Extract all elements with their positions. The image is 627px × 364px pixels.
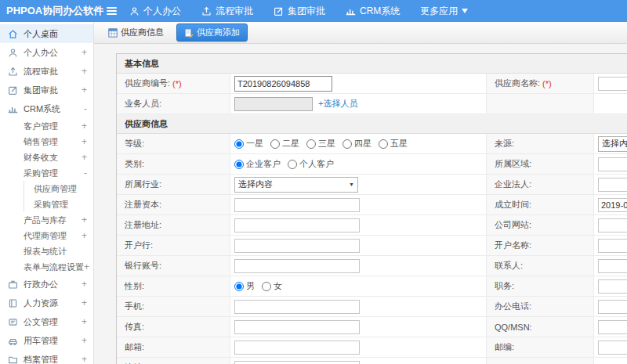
expand-toggle-icon[interactable]: +	[82, 121, 87, 132]
expand-toggle-icon[interactable]: +	[82, 136, 87, 147]
field-label: 手机:	[125, 301, 144, 312]
radio-option[interactable]: 女	[262, 280, 282, 292]
nav-group-approval[interactable]: 集团审批	[274, 5, 325, 18]
upload-icon	[201, 6, 212, 16]
tab-label: 供应商添加	[197, 27, 240, 38]
text-input[interactable]	[234, 239, 360, 253]
sidebar-item-form-flow-settings[interactable]: 表单与流程设置+	[0, 259, 93, 275]
sidebar-item-archive-mgmt[interactable]: 档案管理+	[0, 350, 93, 364]
text-input[interactable]	[234, 198, 360, 212]
expand-toggle-icon[interactable]: +	[82, 316, 87, 327]
radio-option[interactable]: 个人客户	[288, 158, 334, 170]
radio-option[interactable]: 二星	[270, 138, 299, 150]
text-input[interactable]	[598, 218, 627, 232]
select-value: 选择内容	[602, 138, 627, 150]
sidebar-item-supplier-mgmt[interactable]: 供应商管理	[24, 181, 93, 196]
tab-supplier-info[interactable]: 供应商信息	[103, 24, 169, 41]
select-person-link[interactable]: +选择人员	[318, 98, 357, 110]
radio-input[interactable]	[342, 139, 352, 149]
radio-option[interactable]: 四星	[342, 138, 371, 150]
nav-more-apps[interactable]: 更多应用	[420, 5, 468, 18]
radio-input[interactable]	[270, 139, 280, 149]
edit-icon	[8, 85, 18, 96]
sidebar-item-crm[interactable]: CRM系统-	[0, 99, 93, 118]
radio-input[interactable]	[262, 282, 271, 291]
text-input[interactable]	[234, 76, 332, 92]
nav-crm-system[interactable]: CRM系统	[346, 5, 400, 18]
radio-option[interactable]: 一星	[234, 138, 263, 150]
text-input[interactable]	[598, 157, 627, 171]
text-input[interactable]	[598, 279, 627, 294]
expand-toggle-icon[interactable]: +	[84, 261, 89, 272]
sidebar-item-hr[interactable]: 人力资源+	[0, 294, 93, 312]
sidebar-item-admin-office[interactable]: 行政办公+	[0, 275, 93, 294]
radio-input[interactable]	[306, 139, 316, 149]
nav-process-approval[interactable]: 流程审批	[201, 5, 253, 18]
sidebar-item-vehicle-mgmt[interactable]: 用车管理+	[0, 331, 93, 350]
text-input[interactable]	[598, 320, 627, 334]
radio-input[interactable]	[288, 160, 297, 169]
text-input[interactable]	[598, 259, 627, 273]
sidebar-item-personal-office[interactable]: 个人办公+	[0, 43, 93, 62]
text-input[interactable]	[598, 300, 627, 314]
tab-supplier-add[interactable]: 供应商添加	[176, 23, 248, 41]
radio-option[interactable]: 五星	[379, 138, 408, 150]
sidebar-item-agent-mgmt[interactable]: 代理商管理+	[0, 228, 93, 243]
hamburger-menu-icon[interactable]	[107, 7, 117, 15]
sidebar-item-process-approval[interactable]: 流程审批+	[0, 62, 93, 81]
expand-toggle-icon[interactable]: -	[84, 103, 87, 114]
select-input[interactable]: 选择内容▼	[598, 136, 627, 152]
select-input[interactable]: 选择内容▼	[234, 177, 358, 193]
text-input[interactable]	[234, 361, 360, 364]
expand-toggle-icon[interactable]: +	[82, 152, 87, 163]
expand-toggle-icon[interactable]: -	[84, 168, 87, 178]
text-input[interactable]	[234, 341, 360, 355]
radio-label: 二星	[282, 138, 299, 150]
expand-toggle-icon[interactable]: +	[82, 354, 87, 364]
sidebar-item-product-stock[interactable]: 产品与库存+	[0, 212, 93, 228]
radio-input[interactable]	[234, 139, 244, 149]
sidebar-item-label: 档案管理	[24, 354, 58, 364]
sidebar-item-doc-mgmt[interactable]: 公文管理+	[0, 312, 93, 331]
radio-option[interactable]: 三星	[306, 138, 335, 150]
radio-option[interactable]: 男	[234, 280, 255, 292]
text-input[interactable]	[598, 239, 627, 253]
radio-input[interactable]	[234, 282, 244, 291]
text-input[interactable]	[234, 97, 313, 111]
text-input[interactable]	[598, 341, 627, 355]
field-input-cell: 男女	[230, 276, 487, 297]
sidebar-item-finance[interactable]: 财务收支+	[0, 150, 93, 165]
expand-toggle-icon[interactable]: +	[82, 85, 87, 96]
field-input-cell: 企业客户个人客户	[230, 154, 487, 175]
expand-toggle-icon[interactable]: +	[82, 297, 87, 308]
top-navigation: 个人办公流程审批集团审批CRM系统更多应用	[129, 5, 468, 18]
field-label-cell: 业务人员:	[117, 94, 230, 114]
radio-input[interactable]	[379, 139, 388, 149]
radio-option[interactable]: 企业客户	[234, 158, 281, 170]
text-input[interactable]	[598, 198, 627, 212]
tab-label: 供应商信息	[121, 27, 164, 38]
text-input[interactable]	[598, 178, 627, 192]
sidebar-item-desktop[interactable]: 个人桌面	[0, 24, 93, 43]
text-input[interactable]	[234, 218, 360, 232]
sidebar-item-group-approval[interactable]: 集团审批+	[0, 81, 93, 99]
add-doc-icon	[184, 28, 194, 38]
expand-toggle-icon[interactable]: +	[82, 66, 87, 77]
sidebar-item-sales-mgmt[interactable]: 销售管理+	[0, 134, 93, 150]
field-input-cell	[230, 358, 487, 364]
sidebar-item-purchase-mgmt[interactable]: 采购管理-	[0, 165, 93, 181]
radio-input[interactable]	[234, 160, 244, 169]
text-input[interactable]	[598, 77, 627, 91]
nav-personal-office[interactable]: 个人办公	[129, 5, 181, 18]
expand-toggle-icon[interactable]: +	[82, 230, 87, 241]
expand-toggle-icon[interactable]: +	[82, 335, 87, 346]
sidebar-item-reports[interactable]: 报表与统计	[0, 243, 93, 259]
expand-toggle-icon[interactable]: +	[82, 214, 87, 225]
expand-toggle-icon[interactable]: +	[82, 279, 87, 290]
text-input[interactable]	[234, 300, 360, 314]
text-input[interactable]	[234, 320, 360, 334]
text-input[interactable]	[234, 259, 360, 273]
sidebar-item-purchase-sub[interactable]: 采购管理	[24, 196, 93, 212]
sidebar-item-customer-mgmt[interactable]: 客户管理+	[0, 118, 93, 134]
expand-toggle-icon[interactable]: +	[82, 47, 87, 58]
